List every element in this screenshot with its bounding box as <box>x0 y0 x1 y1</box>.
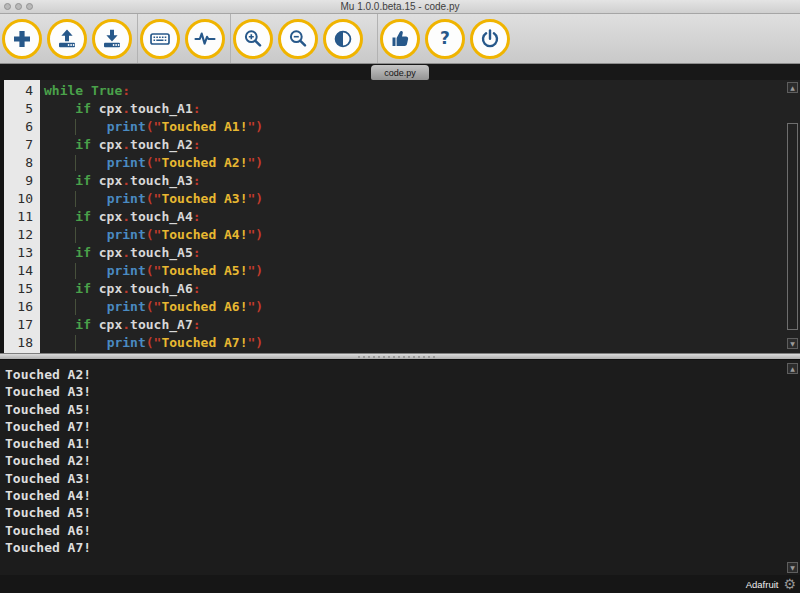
serial-line: Touched A2! <box>5 366 800 383</box>
indent-guide <box>75 335 76 351</box>
code-text: print("Touched A1!") <box>40 118 263 136</box>
keyboard-icon <box>148 27 172 51</box>
indent-guide <box>75 155 76 171</box>
code-text: while True: <box>40 82 130 100</box>
toolbar: ? <box>0 14 800 64</box>
serial-line: Touched A4! <box>5 487 800 504</box>
close-window-button[interactable] <box>4 3 11 10</box>
code-line: 14 print("Touched A5!") <box>0 262 786 280</box>
window-title: Mu 1.0.0.beta.15 - code.py <box>0 0 800 13</box>
line-number: 5 <box>0 100 40 118</box>
code-editor[interactable]: 4while True:5 if cpx.touch_A1:6 print("T… <box>0 80 800 353</box>
zoom-window-button[interactable] <box>26 3 33 10</box>
download-icon <box>100 27 124 51</box>
code-text: if cpx.touch_A4: <box>40 208 201 226</box>
serial-lines: Touched A2!Touched A3!Touched A5!Touched… <box>0 360 800 556</box>
serial-line: Touched A7! <box>5 418 800 435</box>
serial-line: Touched A3! <box>5 470 800 487</box>
code-line: 4while True: <box>0 82 786 100</box>
line-number: 18 <box>0 334 40 352</box>
line-number: 8 <box>0 154 40 172</box>
code-line: 7 if cpx.touch_A2: <box>0 136 786 154</box>
status-bar: Adafruit ⚙ <box>0 575 800 593</box>
code-line: 13 if cpx.touch_A5: <box>0 244 786 262</box>
pulse-icon <box>193 27 217 51</box>
code-line: 8 print("Touched A2!") <box>0 154 786 172</box>
zoom-in-button[interactable] <box>233 19 273 59</box>
editor-scrollbar-thumb[interactable] <box>787 123 798 330</box>
code-line: 5 if cpx.touch_A1: <box>0 100 786 118</box>
code-text: print("Touched A3!") <box>40 190 263 208</box>
line-number: 7 <box>0 136 40 154</box>
new-button[interactable] <box>2 19 42 59</box>
line-number: 11 <box>0 208 40 226</box>
pane-splitter[interactable] <box>0 353 800 360</box>
code-text: if cpx.touch_A7: <box>40 316 201 334</box>
save-button[interactable] <box>92 19 132 59</box>
code-text: if cpx.touch_A1: <box>40 100 201 118</box>
line-number: 16 <box>0 298 40 316</box>
zoom-out-button[interactable] <box>278 19 318 59</box>
toolbar-separator <box>377 14 378 63</box>
minimize-window-button[interactable] <box>15 3 22 10</box>
line-number: 12 <box>0 226 40 244</box>
upload-icon <box>55 27 79 51</box>
mu-editor-window: Mu 1.0.0.beta.15 - code.py <box>0 0 800 593</box>
code-text: if cpx.touch_A3: <box>40 172 201 190</box>
toolbar-separator <box>137 14 138 63</box>
code-line: 15 if cpx.touch_A6: <box>0 280 786 298</box>
check-button[interactable] <box>380 19 420 59</box>
question-mark-icon: ? <box>440 30 450 47</box>
code-line: 18 print("Touched A7!") <box>0 334 786 352</box>
serial-scroll-up-button[interactable]: ▲ <box>787 363 798 374</box>
quit-button[interactable] <box>470 19 510 59</box>
code-line: 10 print("Touched A3!") <box>0 190 786 208</box>
code-line: 17 if cpx.touch_A7: <box>0 316 786 334</box>
titlebar: Mu 1.0.0.beta.15 - code.py <box>0 0 800 14</box>
contrast-icon <box>331 27 355 51</box>
tab-code-py[interactable]: code.py <box>371 65 429 80</box>
code-text: if cpx.touch_A6: <box>40 280 201 298</box>
serial-line: Touched A3! <box>5 383 800 400</box>
code-text: print("Touched A7!") <box>40 334 263 352</box>
serial-button[interactable] <box>140 19 180 59</box>
editor-scroll-down-button[interactable]: ▼ <box>787 338 798 349</box>
power-icon <box>478 27 502 51</box>
serial-scroll-down-button[interactable]: ▼ <box>787 562 798 573</box>
line-number: 6 <box>0 118 40 136</box>
serial-line: Touched A5! <box>5 504 800 521</box>
settings-gear-icon[interactable]: ⚙ <box>783 577 796 591</box>
line-number: 13 <box>0 244 40 262</box>
serial-line: Touched A5! <box>5 401 800 418</box>
toolbar-separator <box>230 14 231 63</box>
line-number: 15 <box>0 280 40 298</box>
indent-guide <box>75 119 76 135</box>
magnifier-plus-icon <box>241 27 265 51</box>
serial-line: Touched A6! <box>5 522 800 539</box>
thumbs-up-icon <box>388 27 412 51</box>
mode-label: Adafruit <box>746 579 779 590</box>
serial-line: Touched A1! <box>5 435 800 452</box>
plotter-button[interactable] <box>185 19 225 59</box>
theme-button[interactable] <box>323 19 363 59</box>
indent-guide <box>75 299 76 315</box>
code-line: 6 print("Touched A1!") <box>0 118 786 136</box>
serial-line: Touched A7! <box>5 539 800 556</box>
code-text: print("Touched A6!") <box>40 298 263 316</box>
code-text: print("Touched A4!") <box>40 226 263 244</box>
window-controls <box>4 3 33 10</box>
code-line: 9 if cpx.touch_A3: <box>0 172 786 190</box>
code-text: if cpx.touch_A2: <box>40 136 201 154</box>
line-number: 14 <box>0 262 40 280</box>
code-text: print("Touched A5!") <box>40 262 263 280</box>
indent-guide <box>75 191 76 207</box>
code-text: if cpx.touch_A5: <box>40 244 201 262</box>
line-number: 10 <box>0 190 40 208</box>
code-line: 12 print("Touched A4!") <box>0 226 786 244</box>
line-number: 17 <box>0 316 40 334</box>
serial-output-pane[interactable]: Touched A2!Touched A3!Touched A5!Touched… <box>0 360 800 575</box>
line-number: 4 <box>0 82 40 100</box>
help-button[interactable]: ? <box>425 19 465 59</box>
editor-scroll-up-button[interactable]: ▲ <box>787 82 798 93</box>
load-button[interactable] <box>47 19 87 59</box>
